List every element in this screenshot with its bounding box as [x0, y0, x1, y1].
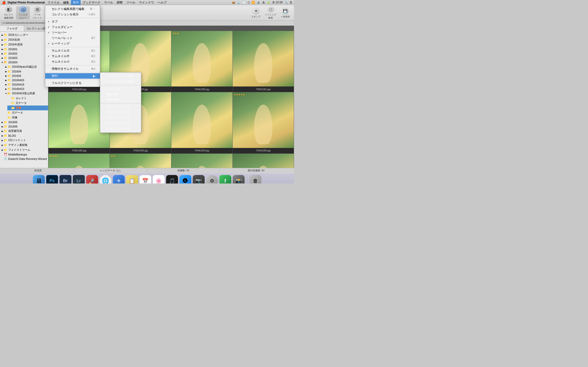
submenu-rating-asc[interactable]: レーティング：昇順 [100, 73, 141, 79]
menu-item-folderview[interactable]: フォルダビュー [45, 24, 100, 30]
tree-item-20160423[interactable]: ▶ 📁 20160423 [4, 87, 48, 91]
search-icon[interactable]: 🔍 [284, 1, 288, 4]
submenu-check1[interactable]: チェックマーク1 [100, 104, 141, 110]
tree-item-201603[interactable]: ▶ 📁 201603 [0, 56, 48, 60]
app-name: Digital Photo Professional [8, 1, 45, 4]
menu-item-toolbar[interactable]: ツールバー [45, 30, 100, 35]
tree-item-2016calendar[interactable]: ▶ 📁 2016カレンダー [0, 33, 48, 37]
menu-tools[interactable]: ツール [124, 0, 137, 5]
tree-item-easeus[interactable]: 💿 EaseUS Data Recovery Wizard [0, 157, 48, 161]
tree-item-hoikuen[interactable]: ▶ 📁 保育園写真 [0, 129, 48, 133]
menu-file[interactable]: ファイル [46, 0, 61, 5]
tree-item-201604a[interactable]: ▶ 📁 201604 [4, 69, 48, 74]
submenu-raw[interactable]: RAW優先 [100, 97, 141, 102]
submenu-check4[interactable]: チェックマーク4 [100, 121, 141, 126]
menu-adjust[interactable]: 調整 [115, 0, 124, 5]
dock-chrome[interactable]: 🌐 [99, 175, 111, 184]
toolbar-tool-palette[interactable]: ⊞ ツールパレット [30, 6, 44, 19]
menu-item-info-thumb[interactable]: 情報付きサムネイル ⌘4 [45, 66, 100, 72]
photo-cell[interactable]: ★★★★★7H0A1395.jpg [233, 92, 294, 153]
tree-item-genzo[interactable]: 📁 現像 [7, 106, 48, 110]
menu-view-dropdown[interactable]: セレクト編集画面で編集 ⌘→ コレクションを表示 ⌥⌘G タブ フォルダビュー … [45, 5, 100, 87]
dock-photoshop[interactable]: Ps [46, 175, 58, 184]
dock-notes[interactable]: 📋 [126, 175, 138, 184]
photo-cell[interactable]: ★★7H0A1397.jpg [110, 154, 171, 168]
tree-item-select[interactable]: 📁 セレクト [7, 96, 48, 101]
photo-cell[interactable]: 7H0A1391.jpg [233, 31, 294, 92]
menu-sep-1 [45, 18, 100, 18]
tree-item-20160403[interactable]: ▶ 📁 20160403 [4, 78, 48, 82]
dock-music[interactable]: 🎵 [166, 175, 178, 184]
dock-feedly[interactable]: f [219, 175, 231, 184]
toolbar-batch-save[interactable]: 💾 一括保存 [278, 6, 292, 19]
dock-appstore[interactable]: 🅐 [179, 175, 191, 184]
list-icon[interactable]: ☰ [290, 1, 292, 4]
toolbar-select-edit[interactable]: ◧ セレクト編集画面 [2, 6, 16, 19]
submenu-rating-desc[interactable]: レーティング：降順 [100, 79, 141, 84]
menu-item-collection[interactable]: コレクションを表示 ⌥⌘G [45, 12, 100, 17]
tree-item-2016meishi[interactable]: ▶ 📁 2016名刺 [0, 37, 48, 42]
tree-item-photostream[interactable]: ▶ 📁 フォトストリーム [0, 148, 48, 152]
submenu-check2[interactable]: チェックマーク2 [100, 110, 141, 115]
tree-item-201606[interactable]: ▶ 📁 201606 [0, 124, 48, 129]
apple-menu[interactable]: 🍎 [2, 1, 6, 4]
menu-bookmark[interactable]: ブックマーク [81, 0, 102, 5]
menu-view[interactable]: 表示 [71, 0, 81, 5]
submenu-check3[interactable]: チェックマーク3 [100, 115, 141, 121]
tree-item-201604b[interactable]: ▶ 📁 201604 [4, 74, 48, 78]
dock-trash[interactable]: 🗑 [250, 175, 261, 184]
menu-item-select-edit[interactable]: セレクト編集画面で編集 ⌘→ [45, 6, 100, 12]
dock-bridge[interactable]: Br [60, 175, 71, 184]
tree-item-motodata[interactable]: 📁 元データ [7, 101, 48, 106]
tree-item-201604paco[interactable]: ▶ 📁 201604paco5歳記念 [4, 65, 48, 69]
tree-item-201604[interactable]: ▼ 📂 201604 [0, 60, 48, 65]
dock-prefs[interactable]: ⚙ [206, 175, 218, 184]
menu-help[interactable]: ヘルプ [156, 0, 168, 5]
tree-item-design[interactable]: ▶ 📁 デザイン素材集 [0, 143, 48, 148]
toolbar-stamp[interactable]: ✦ スタンプ [249, 6, 263, 19]
dock-rocket[interactable]: 🚀 [86, 175, 98, 184]
dock-lightroom[interactable]: Lr [73, 175, 85, 184]
submenu-check5[interactable]: チェックマーク5 [100, 126, 141, 132]
tree-item-201605[interactable]: ▶ 📁 201605 [0, 120, 48, 124]
submenu-filename[interactable]: ファイル名 [100, 86, 141, 92]
menu-edit[interactable]: 編集 [61, 0, 71, 5]
menu-window[interactable]: ウインドウ [137, 0, 156, 5]
photo-cell[interactable]: 7H0A1398.jpg [171, 154, 233, 168]
submenu-sort[interactable]: レーティング：昇順 レーティング：降順 ファイル名 撮影日時 RAW優先 チェッ… [100, 72, 141, 133]
menu-item-thumb-medium[interactable]: サムネイル中 ⌘2 [45, 53, 100, 59]
tree-item-blog[interactable]: ▶ 📁 BLOG [0, 133, 48, 138]
tree-item-cd[interactable]: ▶ 📁 CDジャケット [0, 138, 48, 143]
tree-item-201601[interactable]: ▶ 📁 201601 [0, 47, 48, 51]
dock-finder[interactable]: 🖥 [33, 175, 45, 184]
tree-item-20160424[interactable]: ▼ 📂 20160424里山民家 [4, 91, 48, 96]
tab-collection[interactable]: コレクション(0) [24, 26, 48, 31]
menu-label[interactable]: ラベル [102, 0, 115, 5]
dock-calendar[interactable]: 📅 [139, 175, 151, 184]
toolbar-folder-view[interactable]: 🗂 フォルダビュー [16, 6, 30, 19]
dock-screenshot[interactable]: 📷 [193, 175, 205, 184]
submenu-shootdate[interactable]: 撮影日時 [100, 92, 141, 97]
photo-cell[interactable]: ★★★7H0A1390.jpg [171, 31, 233, 92]
menu-item-thumb-large[interactable]: サムネイル大 ⌘1 [45, 48, 100, 53]
tree-item-motodata2[interactable]: 📁 元データ [4, 110, 48, 115]
tree-item-20160418[interactable]: ▶ 📁 20160418 [4, 82, 48, 87]
dock-lexi[interactable]: ✈ [113, 175, 125, 184]
menu-item-rating[interactable]: レーティング [45, 41, 100, 46]
menu-item-tab[interactable]: タブ [45, 19, 100, 24]
toolbar-trimming[interactable]: ⬡ トリミング角度 [264, 6, 277, 19]
dock-photos[interactable]: 🌸 [153, 175, 165, 184]
menu-item-thumb-small[interactable]: サムネイル小 ⌘3 [45, 59, 100, 65]
tree-item-mobilebackups[interactable]: ⏰ MobileBackups [0, 152, 48, 157]
tree-item-201602[interactable]: ▶ 📁 201602 [0, 51, 48, 56]
tree-item-genzo2[interactable]: 📁 現像 [4, 115, 48, 120]
photo-cell[interactable]: 7H0A1399.jpg [233, 154, 294, 168]
menu-item-fullscreen[interactable]: フルスクリーンにする [45, 80, 100, 86]
menu-item-sort[interactable]: 整列 ▶ レーティング：昇順 レーティング：降順 ファイル名 撮影日時 RAW優 [45, 73, 100, 79]
tab-folder[interactable]: フォルダ [0, 26, 24, 31]
tree-item-2016nenga[interactable]: ▶ 📁 2016年賀状 [0, 42, 48, 47]
photo-cell[interactable]: 7H0A1394.jpg [171, 92, 233, 153]
dock-dpp[interactable]: 📸 [233, 175, 245, 184]
menu-item-toolpalette[interactable]: ツールパレット ⌘T [45, 35, 100, 41]
photo-cell[interactable]: ★★★★7H0A1396.jpg [48, 154, 110, 168]
